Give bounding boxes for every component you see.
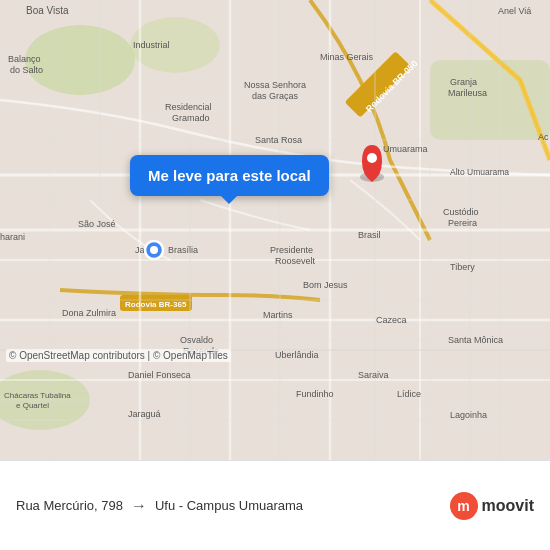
svg-text:harani: harani [0,232,25,242]
svg-text:Bom Jesus: Bom Jesus [303,280,348,290]
svg-text:Rodovia BR-365: Rodovia BR-365 [125,300,187,309]
svg-text:Presidente: Presidente [270,245,313,255]
svg-rect-3 [430,60,550,140]
map-svg: Rodovia BR-050 Rodovia BR-365 [0,0,550,460]
svg-text:Gramado: Gramado [172,113,210,123]
svg-text:Uberlândia: Uberlândia [275,350,319,360]
bottom-bar: Rua Mercúrio, 798 → Ufu - Campus Umuaram… [0,460,550,550]
route-info: Rua Mercúrio, 798 → Ufu - Campus Umuaram… [16,497,440,515]
svg-text:Tibery: Tibery [450,262,475,272]
svg-text:Boa Vista: Boa Vista [26,5,69,16]
svg-text:Industrial: Industrial [133,40,170,50]
svg-text:Balanço: Balanço [8,54,41,64]
arrow-icon: → [131,497,147,515]
svg-text:Brasília: Brasília [168,245,198,255]
svg-text:Custódio: Custódio [443,207,479,217]
svg-point-1 [25,25,135,95]
svg-text:das Graças: das Graças [252,91,299,101]
moovit-icon: m [450,492,478,520]
svg-text:Osvaldo: Osvaldo [180,335,213,345]
map-copyright: © OpenStreetMap contributors | © OpenMap… [6,349,231,362]
svg-text:Marileusa: Marileusa [448,88,487,98]
svg-text:Santa Rosa: Santa Rosa [255,135,302,145]
svg-text:Nossa Senhora: Nossa Senhora [244,80,306,90]
svg-text:Martins: Martins [263,310,293,320]
origin-label: Rua Mercúrio, 798 [16,498,123,513]
svg-text:e Quartel: e Quartel [16,401,49,410]
svg-text:Cazeca: Cazeca [376,315,407,325]
svg-text:Anel Viá: Anel Viá [498,6,531,16]
svg-text:Chácaras Tubalina: Chácaras Tubalina [4,391,71,400]
moovit-logo: m moovit [450,492,534,520]
svg-text:Minas Gerais: Minas Gerais [320,52,374,62]
svg-text:Brasil: Brasil [358,230,381,240]
destination-label: Ufu - Campus Umuarama [155,498,303,513]
svg-text:Lagoinha: Lagoinha [450,410,487,420]
svg-text:Ac: Ac [538,132,549,142]
svg-text:Lídice: Lídice [397,389,421,399]
svg-text:Santa Mônica: Santa Mônica [448,335,503,345]
svg-text:Umuarama: Umuarama [383,144,428,154]
navigate-tooltip[interactable]: Me leve para este local [130,155,329,196]
svg-point-53 [150,246,158,254]
svg-text:Granja: Granja [450,77,477,87]
map-container: Rodovia BR-050 Rodovia BR-365 [0,0,550,460]
svg-text:Dona Zulmira: Dona Zulmira [62,308,116,318]
svg-text:Jaraguá: Jaraguá [128,409,161,419]
svg-point-55 [367,153,377,163]
svg-text:São José: São José [78,219,116,229]
svg-text:Saraiva: Saraiva [358,370,389,380]
svg-text:do Salto: do Salto [10,65,43,75]
svg-text:Fundinho: Fundinho [296,389,334,399]
svg-text:Alto Umuarama: Alto Umuarama [450,167,509,177]
moovit-brand-text: moovit [482,497,534,515]
svg-text:Roosevelt: Roosevelt [275,256,316,266]
svg-text:Residencial: Residencial [165,102,212,112]
svg-text:Pereira: Pereira [448,218,477,228]
svg-text:Daniel Fonseca: Daniel Fonseca [128,370,191,380]
